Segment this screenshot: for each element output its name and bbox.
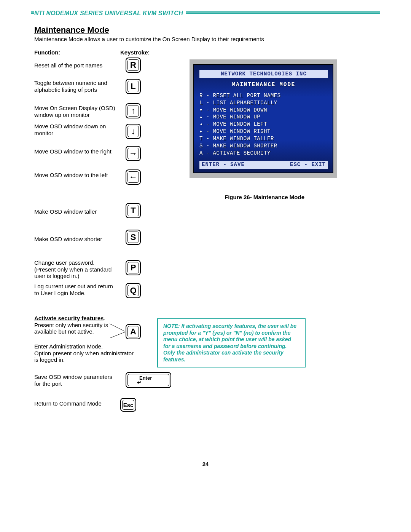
key-up: ↑: [126, 103, 141, 118]
function-header: Function:: [34, 49, 60, 56]
fn-right: Move OSD window to the right: [34, 148, 112, 155]
fn-down-1: Move OSD window down on: [34, 123, 106, 130]
crt-mode: MAINTENANCE MODE: [199, 81, 328, 88]
key-right: →: [126, 146, 141, 161]
key-enter: Enter ↵: [126, 372, 171, 388]
crt-footer-right: ESC - EXIT: [290, 161, 326, 168]
fn-pw-3: user is logged in.): [34, 273, 112, 280]
fn-taller: Make OSD window taller: [34, 208, 97, 215]
fn-sec-2: available but not active.: [34, 328, 108, 335]
fn-down-2: monitor: [34, 130, 106, 137]
fn-up-1: Move On Screen Display (OSD): [34, 105, 115, 112]
fn-sec-1: Present only when security is: [34, 322, 108, 329]
figure-caption: Figure 26- Maintenance Mode: [225, 194, 304, 200]
fn-up-2: window up on monitor: [34, 112, 115, 118]
crt-line-0: R - RESET ALL PORT NAMES: [199, 92, 328, 99]
fn-toggle-2: alphabetic listing of ports: [34, 86, 107, 93]
svg-line-1: [110, 332, 125, 338]
note-text: NOTE: If activating security features, t…: [163, 323, 299, 363]
key-q: Q: [126, 283, 141, 298]
crt-line-5: ▸ - MOVE WINDOW RIGHT: [199, 128, 328, 135]
crt-line-1: L - LIST ALPHABETICALLY: [199, 99, 328, 107]
crt-line-6: T - MAKE WINDOW TALLER: [199, 135, 328, 142]
page-subtitle: Maintenance Mode allows a user to custom…: [34, 36, 377, 42]
key-left: ←: [126, 169, 141, 185]
key-l: L: [126, 79, 141, 94]
crt-line-2: ▾ - MOVE WINDOW DOWN: [199, 107, 328, 114]
key-esc: Esc: [120, 398, 136, 412]
crt-screenshot: NETWORK TECHNOLOGIES INC MAINTENANCE MOD…: [190, 59, 337, 178]
page: NTI NODEMUX SERIES UNIVERSAL KVM SWITCH …: [0, 0, 411, 532]
key-a: A: [126, 324, 141, 339]
fn-admin-head: Enter Administration Mode.: [34, 343, 134, 350]
enter-arrow-icon: ↵: [137, 379, 142, 385]
fn-sec-head: Activate security features.: [34, 315, 108, 322]
crt-line-7: S - MAKE WINDOW SHORTER: [199, 142, 328, 150]
fn-pw-2: (Present only when a standard: [34, 266, 112, 273]
fn-logout-2: to User Login Mode.: [34, 290, 113, 297]
crt-footer-left: ENTER - SAVE: [202, 161, 245, 168]
key-s: S: [126, 230, 141, 245]
fn-admin-2: is logged in.: [34, 356, 134, 363]
fn-toggle-1: Toggle between numeric and: [34, 80, 107, 86]
connector-lines: [110, 323, 127, 338]
crt-line-4: ◂ - MOVE WINDOW LEFT: [199, 121, 328, 128]
note-box: NOTE: If activating security features, t…: [157, 318, 306, 367]
keystroke-header: Keystroke:: [120, 49, 150, 56]
fn-return: Return to Command Mode: [34, 400, 102, 407]
fn-left: Move OSD window to the left: [34, 172, 108, 178]
fn-admin-1: Option present only when administrator: [34, 350, 134, 357]
key-r: R: [126, 58, 141, 73]
key-t: T: [126, 203, 141, 218]
crt-line-3: ▴ - MOVE WINDOW UP: [199, 113, 328, 121]
crt-line-8: A - ACTIVATE SECURITY: [199, 150, 328, 157]
fn-reset: Reset all of the port names: [34, 62, 102, 69]
header-bar: NTI NODEMUX SERIES UNIVERSAL KVM SWITCH: [31, 11, 380, 14]
fn-shorter: Make OSD window shorter: [34, 236, 102, 242]
fn-save-2: for the port: [34, 380, 112, 387]
page-number: 24: [0, 461, 411, 467]
crt-company: NETWORK TECHNOLOGIES INC: [199, 70, 328, 78]
fn-save-1: Save OSD window parameters: [34, 374, 112, 380]
key-down: ↓: [126, 124, 141, 139]
svg-line-0: [110, 324, 125, 331]
key-p: P: [126, 260, 141, 275]
header-title: NTI NODEMUX SERIES UNIVERSAL KVM SWITCH: [34, 10, 186, 17]
fn-logout-1: Log current user out and return: [34, 283, 113, 290]
fn-pw-1: Change user password.: [34, 259, 112, 266]
page-title: Maintenance Mode: [34, 25, 377, 35]
